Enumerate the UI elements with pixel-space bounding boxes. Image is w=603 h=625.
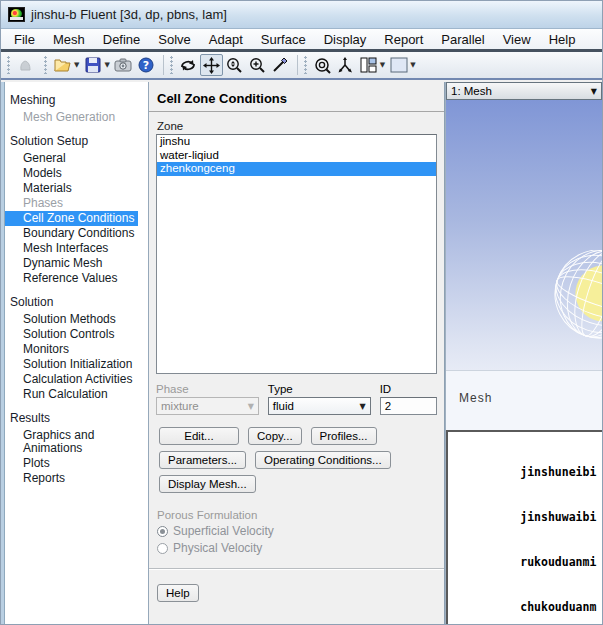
menu-surface[interactable]: Surface — [252, 31, 315, 48]
rotate-view-button[interactable] — [177, 54, 200, 76]
help-button[interactable]: ? — [135, 54, 158, 76]
type-dropdown[interactable]: fluid ▼ — [268, 397, 371, 415]
panel-help-button[interactable]: Help — [157, 584, 199, 602]
copy-button[interactable]: Copy... — [248, 427, 302, 445]
zone-item-water-liqiud[interactable]: water-liqiud — [157, 149, 436, 163]
title-bar: jinshu-b Fluent [3d, dp, pbns, lam] — [1, 1, 602, 29]
console-line: jinshuneibi — [451, 465, 602, 480]
nav-section-solution-setup: Solution Setup — [1, 131, 148, 151]
zoom-fit-button[interactable] — [311, 54, 334, 76]
sidebar-item-reports[interactable]: Reports — [1, 471, 148, 486]
edit-button[interactable]: Edit... — [159, 427, 239, 445]
sidebar-item-models[interactable]: Models — [1, 166, 148, 181]
layout-icon — [360, 57, 377, 73]
console-line: chukouduanm — [451, 600, 602, 615]
id-label: ID — [380, 383, 437, 395]
graphics-pane: 1: Mesh ▼ — [445, 82, 602, 624]
sidebar-item-cell-zone-conditions[interactable]: Cell Zone Conditions — [1, 211, 138, 226]
save-case-button[interactable] — [81, 54, 104, 76]
svg-text:?: ? — [143, 59, 149, 72]
sidebar-item-reference-values[interactable]: Reference Values — [1, 271, 148, 286]
window-title: jinshu-b Fluent [3d, dp, pbns, lam] — [31, 7, 227, 22]
viewport-button[interactable] — [387, 54, 410, 76]
panel-divider — [149, 568, 444, 570]
graphics-caption: Mesh — [446, 371, 602, 405]
porous-formulation-label: Porous Formulation — [157, 509, 444, 521]
toolbar: ▼ ▼ ? — [1, 52, 602, 80]
pan-view-button[interactable] — [200, 54, 223, 76]
select-tool-button — [14, 54, 37, 76]
sidebar-item-solution-controls[interactable]: Solution Controls — [1, 327, 148, 342]
view-selector-dropdown[interactable]: 1: Mesh ▼ — [446, 82, 602, 100]
sidebar-item-calculation-activities[interactable]: Calculation Activities — [1, 372, 148, 387]
zone-item-jinshu[interactable]: jinshu — [157, 135, 436, 149]
parameters-button[interactable]: Parameters... — [159, 451, 246, 469]
sidebar-item-solution-initialization[interactable]: Solution Initialization — [1, 357, 148, 372]
fluent-logo-icon — [8, 7, 25, 22]
sidebar-item-graphics-and-animations[interactable]: Graphics and Animations — [1, 428, 148, 456]
menu-help[interactable]: Help — [540, 31, 585, 48]
menu-define[interactable]: Define — [94, 31, 150, 48]
toolbar-separator — [163, 55, 164, 75]
layout-button[interactable] — [357, 54, 380, 76]
menu-adapt[interactable]: Adapt — [200, 31, 252, 48]
open-dropdown-arrow-icon[interactable]: ▼ — [74, 61, 79, 69]
axes-button[interactable] — [334, 54, 357, 76]
zone-item-zhenkongceng[interactable]: zhenkongceng — [157, 162, 436, 176]
menu-mesh[interactable]: Mesh — [44, 31, 94, 48]
operating-conditions-button[interactable]: Operating Conditions... — [255, 451, 391, 469]
sidebar-item-materials[interactable]: Materials — [1, 181, 148, 196]
layout-dropdown-arrow-icon[interactable]: ▼ — [380, 61, 385, 69]
menu-solve[interactable]: Solve — [149, 31, 200, 48]
save-dropdown-arrow-icon[interactable]: ▼ — [104, 61, 109, 69]
sidebar-item-general[interactable]: General — [1, 151, 148, 166]
nav-section-results: Results — [1, 408, 148, 428]
viewport-dropdown-arrow-icon[interactable]: ▼ — [410, 61, 415, 69]
rotate-icon — [179, 57, 197, 73]
menu-file[interactable]: File — [5, 31, 44, 48]
zoom-scale-button[interactable] — [223, 54, 246, 76]
toolbar-grip — [44, 56, 48, 74]
open-case-button[interactable] — [51, 54, 74, 76]
probe-icon — [272, 57, 288, 73]
sidebar-item-mesh-interfaces[interactable]: Mesh Interfaces — [1, 241, 148, 256]
profiles-button[interactable]: Profiles... — [311, 427, 377, 445]
zone-list-label: Zone — [157, 120, 444, 132]
graphics-viewport[interactable] — [446, 100, 602, 370]
console-line: jinshuwaibi — [451, 510, 602, 525]
viewport-icon — [390, 57, 408, 73]
open-folder-icon — [54, 58, 72, 73]
menu-bar: File Mesh Define Solve Adapt Surface Dis… — [1, 29, 602, 49]
display-mesh-button[interactable]: Display Mesh... — [159, 475, 256, 493]
axes-icon — [337, 57, 354, 73]
camera-icon — [114, 58, 132, 72]
type-label: Type — [268, 383, 371, 395]
nav-section-solution: Solution — [1, 292, 148, 312]
phase-label: Phase — [156, 383, 259, 395]
sidebar-item-plots[interactable]: Plots — [1, 456, 148, 471]
task-page: Cell Zone Conditions Zone jinshu water-l… — [149, 82, 445, 624]
sidebar-item-dynamic-mesh[interactable]: Dynamic Mesh — [1, 256, 148, 271]
save-icon — [85, 57, 101, 73]
select-tool-icon — [17, 57, 34, 73]
probe-button[interactable] — [269, 54, 292, 76]
fluent-window: jinshu-b Fluent [3d, dp, pbns, lam] File… — [0, 0, 603, 625]
sidebar-item-solution-methods[interactable]: Solution Methods — [1, 312, 148, 327]
zoom-in-button[interactable] — [246, 54, 269, 76]
page-title: Cell Zone Conditions — [149, 82, 444, 111]
menu-parallel[interactable]: Parallel — [432, 31, 493, 48]
zone-list[interactable]: jinshu water-liqiud zhenkongceng — [156, 134, 437, 374]
zoom-scale-icon — [226, 57, 243, 74]
console-output[interactable]: jinshuneibi jinshuwaibi rukouduanmi chuk… — [446, 430, 602, 624]
chevron-down-icon: ▼ — [591, 87, 601, 96]
physical-velocity-label: Physical Velocity — [173, 541, 262, 555]
snapshot-button[interactable] — [112, 54, 135, 76]
sidebar-item-run-calculation[interactable]: Run Calculation — [1, 387, 148, 402]
sidebar-item-boundary-conditions[interactable]: Boundary Conditions — [1, 226, 148, 241]
sidebar-item-monitors[interactable]: Monitors — [1, 342, 148, 357]
sidebar-item-phases: Phases — [1, 196, 148, 211]
chevron-down-icon: ▼ — [248, 402, 258, 411]
menu-display[interactable]: Display — [315, 31, 376, 48]
menu-report[interactable]: Report — [375, 31, 432, 48]
menu-view[interactable]: View — [494, 31, 540, 48]
